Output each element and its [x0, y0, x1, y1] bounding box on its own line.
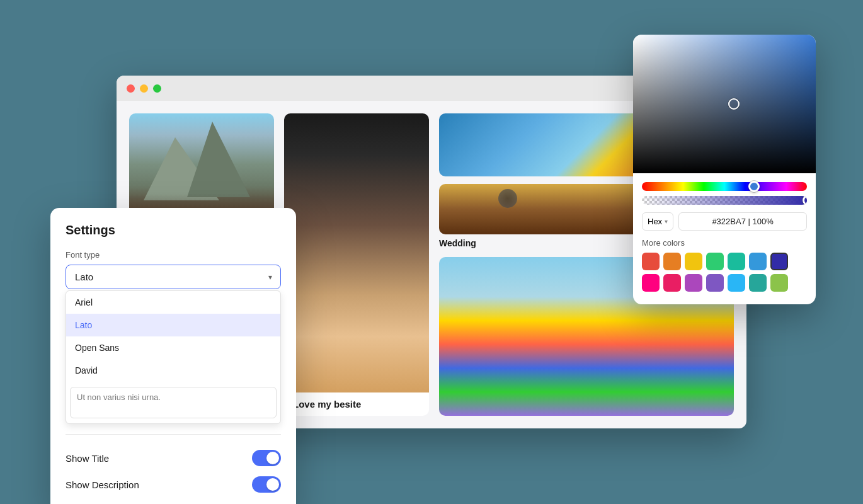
color-gradient-area[interactable]: [633, 35, 816, 173]
swatch-lime[interactable]: [770, 274, 788, 292]
hue-slider[interactable]: [642, 182, 807, 191]
font-preview-textarea[interactable]: [70, 387, 277, 418]
opacity-thumb[interactable]: [803, 196, 807, 205]
swatch-violet[interactable]: [706, 274, 724, 292]
font-option-opensans[interactable]: Open Sans: [66, 336, 280, 359]
hex-chevron-icon: ▾: [665, 218, 668, 225]
settings-title: Settings: [66, 223, 281, 238]
show-description-toggle[interactable]: [252, 476, 281, 493]
swatch-crimson[interactable]: [663, 274, 681, 292]
swatch-pink[interactable]: [642, 274, 660, 292]
swatch-dark-blue[interactable]: [770, 253, 788, 270]
swatches-row-1: [642, 253, 807, 270]
show-title-row: Show Title: [66, 445, 281, 471]
maximize-button[interactable]: [153, 84, 161, 93]
font-option-lato[interactable]: Lato: [66, 314, 280, 336]
font-type-select[interactable]: Lato: [66, 265, 281, 289]
color-picker-panel: Hex ▾ #322BA7 | 100% More colors: [633, 35, 816, 304]
close-button[interactable]: [127, 84, 135, 93]
opacity-slider[interactable]: [642, 196, 807, 205]
opacity-gradient: [642, 196, 807, 205]
font-type-label: Font type: [66, 250, 281, 260]
color-cursor: [728, 98, 740, 110]
swatch-purple[interactable]: [685, 274, 702, 292]
show-description-label: Show Description: [66, 479, 139, 490]
hex-value-input[interactable]: #322BA7 | 100%: [678, 212, 807, 231]
minimize-button[interactable]: [140, 84, 148, 93]
color-inputs-row: Hex ▾ #322BA7 | 100%: [642, 212, 807, 231]
swatch-green[interactable]: [706, 253, 724, 270]
swatch-blue[interactable]: [749, 253, 767, 270]
show-title-toggle[interactable]: [252, 450, 281, 466]
font-option-david[interactable]: David: [66, 359, 280, 382]
settings-panel: Settings Font type Lato ▾ Ariel Lato Ope…: [50, 208, 296, 504]
swatch-red[interactable]: [642, 253, 660, 270]
friends-image-container: Love my besite: [284, 113, 429, 416]
show-description-row: Show Description: [66, 471, 281, 498]
hex-format-select[interactable]: Hex ▾: [642, 212, 673, 231]
show-title-label: Show Title: [66, 453, 109, 464]
swatches-row-2: [642, 274, 807, 292]
font-dropdown-list[interactable]: Ariel Lato Open Sans David: [66, 290, 281, 424]
swatch-teal[interactable]: [728, 253, 745, 270]
font-option-ariel[interactable]: Ariel: [66, 291, 280, 314]
color-picker-controls: Hex ▾ #322BA7 | 100% More colors: [633, 173, 816, 304]
font-textarea-wrapper: [66, 382, 280, 423]
more-colors-label: More colors: [642, 238, 807, 248]
swatch-yellow[interactable]: [685, 253, 702, 270]
swatch-sky[interactable]: [728, 274, 745, 292]
font-select-wrapper: Lato ▾: [66, 265, 281, 289]
swatch-mint[interactable]: [749, 274, 767, 292]
friends-photo: [284, 113, 429, 392]
settings-divider: [66, 434, 281, 435]
hue-thumb[interactable]: [748, 181, 760, 192]
swatch-orange[interactable]: [663, 253, 681, 270]
friends-caption: Love my besite: [284, 392, 429, 416]
